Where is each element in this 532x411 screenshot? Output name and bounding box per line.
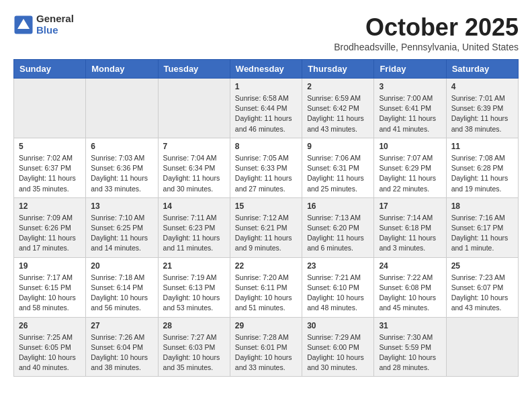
weekday-header-thursday: Thursday bbox=[302, 60, 374, 79]
weekday-header-wednesday: Wednesday bbox=[230, 60, 302, 79]
calendar-day-cell: 12Sunrise: 7:09 AM Sunset: 6:26 PM Dayli… bbox=[14, 197, 86, 257]
calendar-day-cell: 26Sunrise: 7:25 AM Sunset: 6:05 PM Dayli… bbox=[14, 317, 86, 377]
day-number: 12 bbox=[19, 201, 81, 211]
day-number: 27 bbox=[91, 321, 152, 330]
calendar-day-cell bbox=[158, 79, 230, 138]
weekday-header-friday: Friday bbox=[374, 60, 446, 79]
day-number: 14 bbox=[163, 201, 225, 211]
calendar-day-cell: 16Sunrise: 7:13 AM Sunset: 6:20 PM Dayli… bbox=[302, 197, 374, 257]
day-number: 5 bbox=[19, 142, 81, 151]
calendar-day-cell: 29Sunrise: 7:28 AM Sunset: 6:01 PM Dayli… bbox=[230, 317, 302, 377]
day-number: 25 bbox=[451, 261, 513, 271]
day-info: Sunrise: 6:59 AM Sunset: 6:42 PM Dayligh… bbox=[307, 93, 369, 134]
calendar-day-cell: 19Sunrise: 7:17 AM Sunset: 6:15 PM Dayli… bbox=[14, 257, 86, 317]
day-number: 6 bbox=[91, 142, 152, 151]
weekday-header-saturday: Saturday bbox=[446, 60, 518, 79]
day-info: Sunrise: 7:19 AM Sunset: 6:13 PM Dayligh… bbox=[163, 273, 225, 314]
day-number: 15 bbox=[235, 201, 297, 211]
calendar-day-cell: 20Sunrise: 7:18 AM Sunset: 6:14 PM Dayli… bbox=[86, 257, 158, 317]
day-info: Sunrise: 7:05 AM Sunset: 6:33 PM Dayligh… bbox=[235, 153, 297, 194]
day-info: Sunrise: 7:14 AM Sunset: 6:18 PM Dayligh… bbox=[379, 213, 441, 254]
weekday-header-sunday: Sunday bbox=[14, 60, 86, 79]
day-info: Sunrise: 7:01 AM Sunset: 6:39 PM Dayligh… bbox=[451, 93, 513, 134]
calendar-day-cell: 27Sunrise: 7:26 AM Sunset: 6:04 PM Dayli… bbox=[86, 317, 158, 377]
calendar-day-cell: 15Sunrise: 7:12 AM Sunset: 6:21 PM Dayli… bbox=[230, 197, 302, 257]
day-info: Sunrise: 7:02 AM Sunset: 6:37 PM Dayligh… bbox=[19, 153, 81, 194]
day-info: Sunrise: 7:20 AM Sunset: 6:11 PM Dayligh… bbox=[235, 273, 297, 314]
calendar-day-cell: 28Sunrise: 7:27 AM Sunset: 6:03 PM Dayli… bbox=[158, 317, 230, 377]
calendar-day-cell: 4Sunrise: 7:01 AM Sunset: 6:39 PM Daylig… bbox=[446, 79, 518, 138]
weekday-header-row: SundayMondayTuesdayWednesdayThursdayFrid… bbox=[14, 60, 519, 79]
day-number: 7 bbox=[163, 142, 225, 151]
calendar-day-cell: 31Sunrise: 7:30 AM Sunset: 5:59 PM Dayli… bbox=[374, 317, 446, 377]
day-number: 30 bbox=[307, 321, 369, 330]
calendar-day-cell: 11Sunrise: 7:08 AM Sunset: 6:28 PM Dayli… bbox=[446, 138, 518, 197]
calendar-day-cell: 2Sunrise: 6:59 AM Sunset: 6:42 PM Daylig… bbox=[302, 79, 374, 138]
day-info: Sunrise: 7:10 AM Sunset: 6:25 PM Dayligh… bbox=[91, 213, 152, 254]
day-number: 16 bbox=[307, 201, 369, 211]
day-info: Sunrise: 7:08 AM Sunset: 6:28 PM Dayligh… bbox=[451, 153, 513, 194]
page-header: General Blue October 2025 Brodheadsville… bbox=[13, 13, 519, 52]
calendar-week-row: 1Sunrise: 6:58 AM Sunset: 6:44 PM Daylig… bbox=[14, 79, 519, 138]
logo-icon bbox=[13, 15, 34, 35]
day-number: 22 bbox=[235, 261, 297, 271]
day-info: Sunrise: 7:04 AM Sunset: 6:34 PM Dayligh… bbox=[163, 153, 225, 194]
logo-text: General Blue bbox=[36, 13, 74, 36]
day-number: 2 bbox=[307, 82, 369, 91]
day-number: 29 bbox=[235, 321, 297, 330]
day-number: 28 bbox=[163, 321, 225, 330]
calendar-day-cell: 17Sunrise: 7:14 AM Sunset: 6:18 PM Dayli… bbox=[374, 197, 446, 257]
calendar-week-row: 5Sunrise: 7:02 AM Sunset: 6:37 PM Daylig… bbox=[14, 138, 519, 197]
day-number: 21 bbox=[163, 261, 225, 271]
day-info: Sunrise: 7:03 AM Sunset: 6:36 PM Dayligh… bbox=[91, 153, 152, 194]
calendar-day-cell: 9Sunrise: 7:06 AM Sunset: 6:31 PM Daylig… bbox=[302, 138, 374, 197]
day-number: 13 bbox=[91, 201, 152, 211]
calendar-day-cell bbox=[14, 79, 86, 138]
day-number: 1 bbox=[235, 82, 297, 91]
day-info: Sunrise: 7:07 AM Sunset: 6:29 PM Dayligh… bbox=[379, 153, 441, 194]
day-number: 31 bbox=[379, 321, 441, 330]
weekday-header-tuesday: Tuesday bbox=[158, 60, 230, 79]
calendar-week-row: 26Sunrise: 7:25 AM Sunset: 6:05 PM Dayli… bbox=[14, 317, 519, 377]
day-info: Sunrise: 7:21 AM Sunset: 6:10 PM Dayligh… bbox=[307, 273, 369, 314]
day-number: 11 bbox=[451, 142, 513, 151]
weekday-header-monday: Monday bbox=[86, 60, 158, 79]
calendar-day-cell: 3Sunrise: 7:00 AM Sunset: 6:41 PM Daylig… bbox=[374, 79, 446, 138]
calendar-day-cell: 30Sunrise: 7:29 AM Sunset: 6:00 PM Dayli… bbox=[302, 317, 374, 377]
location: Brodheadsville, Pennsylvania, United Sta… bbox=[334, 42, 519, 52]
day-info: Sunrise: 7:09 AM Sunset: 6:26 PM Dayligh… bbox=[19, 213, 81, 254]
day-number: 26 bbox=[19, 321, 81, 330]
day-number: 3 bbox=[379, 82, 441, 91]
day-info: Sunrise: 7:12 AM Sunset: 6:21 PM Dayligh… bbox=[235, 213, 297, 254]
day-number: 23 bbox=[307, 261, 369, 271]
logo: General Blue bbox=[13, 13, 74, 36]
calendar-header: SundayMondayTuesdayWednesdayThursdayFrid… bbox=[14, 60, 519, 79]
day-info: Sunrise: 7:16 AM Sunset: 6:17 PM Dayligh… bbox=[451, 213, 513, 254]
day-info: Sunrise: 7:22 AM Sunset: 6:08 PM Dayligh… bbox=[379, 273, 441, 314]
day-number: 20 bbox=[91, 261, 152, 271]
day-info: Sunrise: 7:23 AM Sunset: 6:07 PM Dayligh… bbox=[451, 273, 513, 314]
calendar-day-cell: 8Sunrise: 7:05 AM Sunset: 6:33 PM Daylig… bbox=[230, 138, 302, 197]
calendar-day-cell: 1Sunrise: 6:58 AM Sunset: 6:44 PM Daylig… bbox=[230, 79, 302, 138]
calendar-day-cell: 23Sunrise: 7:21 AM Sunset: 6:10 PM Dayli… bbox=[302, 257, 374, 317]
logo-general: General bbox=[36, 13, 74, 25]
calendar-day-cell: 7Sunrise: 7:04 AM Sunset: 6:34 PM Daylig… bbox=[158, 138, 230, 197]
calendar-day-cell: 21Sunrise: 7:19 AM Sunset: 6:13 PM Dayli… bbox=[158, 257, 230, 317]
calendar-day-cell: 25Sunrise: 7:23 AM Sunset: 6:07 PM Dayli… bbox=[446, 257, 518, 317]
title-block: October 2025 Brodheadsville, Pennsylvani… bbox=[334, 13, 519, 52]
day-info: Sunrise: 7:28 AM Sunset: 6:01 PM Dayligh… bbox=[235, 332, 297, 373]
day-info: Sunrise: 7:30 AM Sunset: 5:59 PM Dayligh… bbox=[379, 332, 441, 373]
day-number: 9 bbox=[307, 142, 369, 151]
calendar-day-cell: 13Sunrise: 7:10 AM Sunset: 6:25 PM Dayli… bbox=[86, 197, 158, 257]
calendar-day-cell bbox=[86, 79, 158, 138]
day-number: 24 bbox=[379, 261, 441, 271]
day-info: Sunrise: 7:13 AM Sunset: 6:20 PM Dayligh… bbox=[307, 213, 369, 254]
day-info: Sunrise: 6:58 AM Sunset: 6:44 PM Dayligh… bbox=[235, 93, 297, 134]
calendar-day-cell bbox=[446, 317, 518, 377]
day-info: Sunrise: 7:11 AM Sunset: 6:23 PM Dayligh… bbox=[163, 213, 225, 254]
calendar-day-cell: 24Sunrise: 7:22 AM Sunset: 6:08 PM Dayli… bbox=[374, 257, 446, 317]
day-info: Sunrise: 7:18 AM Sunset: 6:14 PM Dayligh… bbox=[91, 273, 152, 314]
day-info: Sunrise: 7:27 AM Sunset: 6:03 PM Dayligh… bbox=[163, 332, 225, 373]
calendar-day-cell: 6Sunrise: 7:03 AM Sunset: 6:36 PM Daylig… bbox=[86, 138, 158, 197]
month-title: October 2025 bbox=[334, 13, 519, 42]
